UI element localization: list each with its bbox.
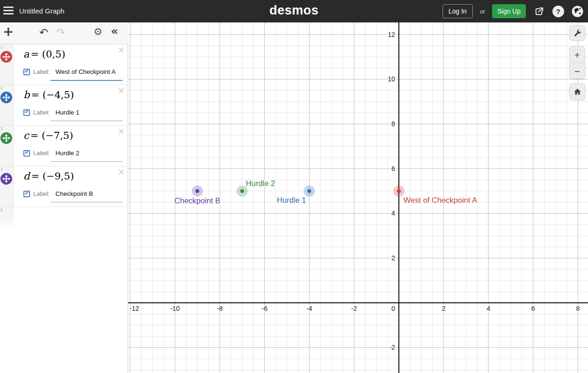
expression-gutter[interactable]: 4	[0, 166, 14, 207]
delete-expression-icon[interactable]: ×	[118, 126, 124, 137]
graph-canvas[interactable]: -12-10-8-6-4-22468-2246810120West of Che…	[128, 22, 588, 373]
expression-number: 4	[0, 167, 3, 172]
axis-tick-label: 6	[531, 305, 535, 312]
movable-point-icon[interactable]	[0, 51, 12, 63]
or-label: or	[480, 8, 486, 15]
axis-tick-label: 12	[388, 31, 395, 38]
axis-tick-label: 4	[392, 209, 395, 217]
expression-latex[interactable]: b= (−4,5)	[23, 89, 74, 100]
expression-row[interactable]: 4 × d= (−9,5) ✓ Label: Checkpoint B	[0, 166, 128, 207]
expression-row[interactable]: 1 × a= (0,5) ✓ Label: West of Checkpoint…	[0, 44, 128, 85]
movable-point-icon[interactable]	[0, 92, 12, 103]
expression-gutter[interactable]: 1	[0, 44, 14, 85]
graph-point[interactable]	[196, 189, 199, 193]
point-label: West of Checkpoint A	[404, 196, 477, 204]
label-input-underline	[51, 121, 123, 121]
label-input[interactable]: Hurdle 2	[55, 150, 79, 157]
expression-gutter[interactable]: 2	[0, 85, 14, 125]
movable-point-icon[interactable]	[0, 132, 12, 144]
show-label-checkbox[interactable]: ✓	[23, 191, 30, 197]
expression-gutter[interactable]: 3	[0, 126, 14, 166]
graph-point[interactable]	[307, 189, 311, 193]
axis-tick-label: 8	[392, 120, 395, 128]
graph-point[interactable]	[397, 189, 401, 193]
axis-tick-label: -12	[130, 305, 139, 312]
help-icon[interactable]: ?	[552, 5, 564, 17]
label-caption: Label:	[33, 68, 50, 75]
axis-tick-label: 2	[442, 305, 445, 312]
expression-latex[interactable]: a= (0,5)	[23, 49, 65, 60]
axis-tick-label: -4	[306, 305, 312, 312]
graph-settings-wrench-icon[interactable]	[569, 25, 585, 41]
axis-tick-label: -2	[351, 305, 357, 312]
point-label: Hurdle 2	[246, 179, 275, 187]
log-in-button[interactable]: Log In	[443, 4, 473, 18]
point-label: Hurdle 1	[277, 196, 306, 204]
topbar-right-cluster: Log In or Sign Up ?	[443, 0, 583, 22]
graph-title[interactable]: Untitled Graph	[19, 7, 65, 15]
label-caption: Label:	[33, 109, 50, 116]
share-icon[interactable]	[533, 5, 545, 17]
movable-point-icon[interactable]	[0, 173, 12, 185]
axis-tick-label: 10	[388, 75, 395, 83]
expression-toolbar: + ↶ ↷ ⚙ «	[0, 22, 128, 44]
label-caption: Label:	[33, 190, 50, 197]
label-input[interactable]: West of Checkpoint A	[55, 68, 116, 75]
label-input-underline	[51, 202, 123, 202]
language-globe-icon[interactable]	[571, 5, 583, 17]
graph-point[interactable]	[240, 189, 244, 193]
axis-tick-label: 8	[576, 305, 580, 312]
axis-tick-label: -8	[217, 305, 223, 312]
axis-tick-label: -2	[389, 344, 395, 351]
axis-tick-label: -10	[170, 305, 180, 312]
label-input-underline	[51, 161, 123, 162]
show-label-checkbox[interactable]: ✓	[23, 69, 30, 75]
expression-row[interactable]: 2 × b= (−4,5) ✓ Label: Hurdle 1	[0, 85, 128, 126]
sign-up-button[interactable]: Sign Up	[492, 4, 526, 18]
axis-tick-label: 6	[392, 165, 395, 172]
expression-number: 5	[0, 208, 3, 212]
point-label: Checkpoint B	[174, 196, 220, 205]
axis-tick-label: 4	[486, 305, 490, 312]
label-caption: Label:	[33, 150, 50, 157]
expression-number: 2	[0, 86, 3, 90]
empty-expression-gutter[interactable]: 5	[0, 207, 14, 230]
expression-number: 1	[0, 45, 3, 50]
expression-number: 3	[0, 126, 3, 131]
expression-latex[interactable]: c= (−7,5)	[23, 130, 73, 141]
label-input[interactable]: Hurdle 1	[55, 109, 79, 116]
show-label-checkbox[interactable]: ✓	[23, 150, 30, 157]
delete-expression-icon[interactable]: ×	[118, 167, 124, 178]
axis-tick-label: 2	[392, 254, 395, 262]
default-viewport-home-icon[interactable]	[569, 83, 585, 100]
axis-tick-label: 0	[392, 305, 395, 312]
desmos-logo: desmos	[269, 3, 319, 18]
main-menu-icon[interactable]	[3, 6, 17, 17]
add-expression-icon[interactable]: +	[3, 24, 14, 39]
axis-tick-label: -6	[261, 305, 268, 312]
delete-expression-icon[interactable]: ×	[118, 86, 124, 96]
zoom-in-icon[interactable]: +	[570, 47, 585, 63]
expression-latex[interactable]: d= (−9,5)	[23, 171, 74, 182]
delete-expression-icon[interactable]: ×	[118, 45, 124, 56]
zoom-controls: + −	[569, 46, 585, 79]
redo-icon[interactable]: ↷	[56, 26, 65, 38]
edit-list-gear-icon[interactable]: ⚙	[94, 26, 102, 37]
zoom-out-icon[interactable]: −	[570, 63, 585, 79]
show-label-checkbox[interactable]: ✓	[23, 109, 30, 116]
label-input-underline	[51, 80, 123, 81]
collapse-sidebar-icon[interactable]: «	[111, 25, 118, 38]
label-input[interactable]: Checkpoint B	[55, 190, 93, 197]
top-bar: Untitled Graph desmos Log In or Sign Up …	[0, 0, 588, 22]
undo-icon[interactable]: ↶	[39, 26, 48, 38]
expression-row[interactable]: 3 × c= (−7,5) ✓ Label: Hurdle 2	[0, 126, 128, 166]
graph-paper[interactable]: -12-10-8-6-4-22468-2246810120West of Che…	[128, 22, 588, 373]
